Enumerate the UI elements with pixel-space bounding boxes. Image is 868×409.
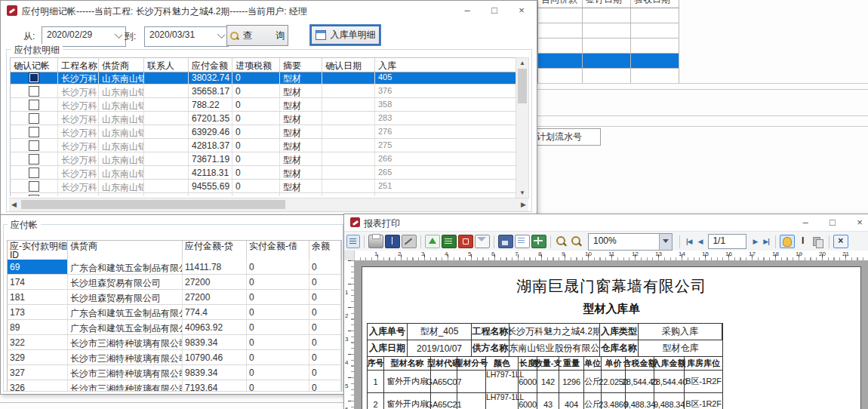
page-number-input[interactable]: 1/1 <box>708 234 746 249</box>
payable-detail-row[interactable]: 长沙万科魅力...山东南山铝业...67201.350型材283 <box>11 112 516 125</box>
row-checkbox[interactable] <box>29 72 39 83</box>
row-checkbox[interactable] <box>29 195 39 197</box>
text-select-icon[interactable]: I <box>796 235 810 248</box>
zoom-in-icon[interactable] <box>555 235 568 248</box>
zoom-level-combo[interactable]: 100% <box>588 233 673 251</box>
payable-detail-row[interactable]: 长沙万科魅力...山东南山铝业...788.220型材358 <box>11 98 516 112</box>
table-cell: 长沙市三湘特种玻璃有限公司 <box>68 350 183 364</box>
payable-detail-row[interactable]: 长沙万科魅力...山东南山铝业...38032.740型材405 <box>11 71 516 85</box>
payable-row[interactable]: 181长沙坦森贸易有限公司2720000 <box>8 290 341 305</box>
close-button[interactable]: × <box>846 215 868 230</box>
vertical-scrollbar[interactable]: ▲ ▼ <box>516 57 529 198</box>
single-page-icon[interactable] <box>515 235 530 248</box>
checkbox-cell[interactable] <box>11 180 58 192</box>
copy-page-icon[interactable] <box>811 235 825 248</box>
last-page-icon[interactable]: ▶| <box>761 236 771 247</box>
background-table-row[interactable] <box>537 69 679 84</box>
checkbox-cell[interactable] <box>11 112 58 125</box>
payable-detail-row[interactable]: 长沙万科魅力...山东南山铝业...63929.460型材276 <box>11 125 516 139</box>
checkbox-cell[interactable] <box>11 166 58 179</box>
row-checkbox[interactable] <box>29 127 39 137</box>
payable-row[interactable]: 173广东合和建筑五金制品有限公司774.400 <box>8 305 341 320</box>
chevron-down-icon[interactable] <box>659 234 672 250</box>
row-checkbox[interactable] <box>29 113 39 124</box>
table-cell: 型材 <box>280 71 322 84</box>
payable-detail-row[interactable]: 长沙万科魅力...山东南山铝业...94555.690型材251 <box>11 180 516 193</box>
checkbox-cell[interactable] <box>11 125 58 138</box>
export-image-icon[interactable] <box>425 235 440 248</box>
payable-detail-row[interactable]: 长沙万科魅力...山东南山铝业...42818.370型材275 <box>11 139 516 152</box>
scroll-down-icon[interactable]: ▼ <box>516 189 528 196</box>
checkbox-cell[interactable] <box>11 85 58 97</box>
horizontal-scrollbar[interactable]: ◀ ▶ <box>9 198 528 211</box>
background-table-row[interactable] <box>537 38 679 54</box>
close-button[interactable]: × <box>508 3 535 18</box>
multi-page-icon[interactable] <box>531 235 546 248</box>
scrollbar-thumb[interactable] <box>21 200 285 209</box>
checkbox-cell[interactable] <box>11 152 58 165</box>
query-button[interactable]: 查 询 <box>226 25 288 46</box>
save-icon[interactable] <box>498 235 513 248</box>
payable-row[interactable]: 69广东合和建筑五金制品有限公司11411.7800 <box>8 260 341 275</box>
design-icon[interactable] <box>402 235 417 248</box>
row-checkbox[interactable] <box>29 154 39 165</box>
background-table-row[interactable] <box>537 23 679 38</box>
row-checkbox[interactable] <box>29 168 39 178</box>
previous-page-icon[interactable]: ◀ <box>695 236 704 247</box>
column-header: 单位 <box>584 357 602 371</box>
payable-detail-row[interactable]: 长沙万科魅力...山东南山铝业...3895.840型材250 <box>11 193 516 196</box>
scroll-up-icon[interactable]: ▲ <box>516 60 528 66</box>
next-page-icon[interactable]: ▶ <box>750 236 759 247</box>
payable-row[interactable]: 326长沙市三湘特种玻璃有限公司7193.6400 <box>8 380 341 391</box>
background-table-row[interactable] <box>537 8 679 23</box>
row-checkbox[interactable] <box>29 86 39 97</box>
payable-detail-row[interactable]: 长沙万科魅力...山东南山铝业...73671.190型材266 <box>11 152 516 166</box>
table-cell: 2 <box>368 393 384 409</box>
scrollbar-thumb[interactable] <box>518 69 527 103</box>
close-preview-icon[interactable]: × <box>833 235 848 248</box>
checkbox-cell[interactable] <box>11 193 58 196</box>
payable-detail-row[interactable]: 长沙万科魅力...山东南山铝业...42118.310型材265 <box>11 166 516 180</box>
checkbox-cell[interactable] <box>11 71 58 84</box>
background-table-row[interactable] <box>537 54 679 69</box>
preview-area[interactable]: 湖南巨晟门窗幕墙有限公司 型材入库单 入库单号型材_405工程名称长沙万科魅力之… <box>354 260 868 409</box>
titlebar[interactable]: 报表打印 – □ × <box>344 214 868 231</box>
export-mail-icon[interactable] <box>475 235 490 248</box>
print-icon[interactable] <box>368 235 383 248</box>
table-cell: 0 <box>232 180 280 192</box>
minimize-button[interactable]: – <box>792 215 819 230</box>
minimize-button[interactable]: – <box>454 3 481 18</box>
row-checkbox[interactable] <box>29 181 39 192</box>
payable-row[interactable]: 89广东合和建筑五金制品有限公司40963.9200 <box>8 320 341 335</box>
checkbox-cell[interactable] <box>11 98 58 111</box>
toc-icon[interactable] <box>346 235 360 248</box>
payable-row[interactable]: 327长沙市三湘特种玻璃有限公司9839.3400 <box>8 365 341 380</box>
table-cell <box>144 71 189 84</box>
zoom-level-value: 100% <box>593 235 617 246</box>
payable-row[interactable]: 329长沙市三湘特种玻璃有限公司10790.4600 <box>8 350 341 365</box>
checkbox-cell[interactable] <box>11 139 58 152</box>
maximize-button[interactable]: □ <box>481 3 508 18</box>
export-excel-icon[interactable] <box>442 235 457 248</box>
inbound-detail-button[interactable]: 入库单明细 <box>309 24 381 46</box>
row-checkbox[interactable] <box>29 100 39 110</box>
first-page-icon[interactable]: |◀ <box>684 236 694 247</box>
to-date-combo[interactable]: 2020/03/31 <box>144 26 229 47</box>
table-cell: 173 <box>8 305 68 319</box>
scroll-left-icon[interactable]: ◀ <box>11 201 17 208</box>
titlebar[interactable]: 应付明细记帐------当前工程: 长沙万科魅力之城4.2期------当前用户… <box>1 1 537 20</box>
table-cell: 0 <box>232 152 280 165</box>
payable-row[interactable]: 174长沙坦森贸易有限公司2720000 <box>8 275 341 290</box>
table-cell: 27200 <box>183 275 247 289</box>
hand-icon[interactable] <box>780 235 795 248</box>
maximize-button[interactable]: □ <box>819 215 846 230</box>
table-cell <box>537 54 583 68</box>
page-setup-icon[interactable] <box>385 235 400 248</box>
payable-detail-row[interactable]: 长沙万科魅力...山东南山铝业...35658.170型材376 <box>11 85 516 98</box>
toolbar-separator <box>550 235 551 248</box>
payable-row[interactable]: 322长沙市三湘特种玻璃有限公司9839.3400 <box>8 335 341 350</box>
export-pdf-icon[interactable] <box>458 235 473 248</box>
zoom-out-icon[interactable] <box>570 235 583 248</box>
row-checkbox[interactable] <box>29 140 39 151</box>
scroll-right-icon[interactable]: ▶ <box>521 201 526 208</box>
